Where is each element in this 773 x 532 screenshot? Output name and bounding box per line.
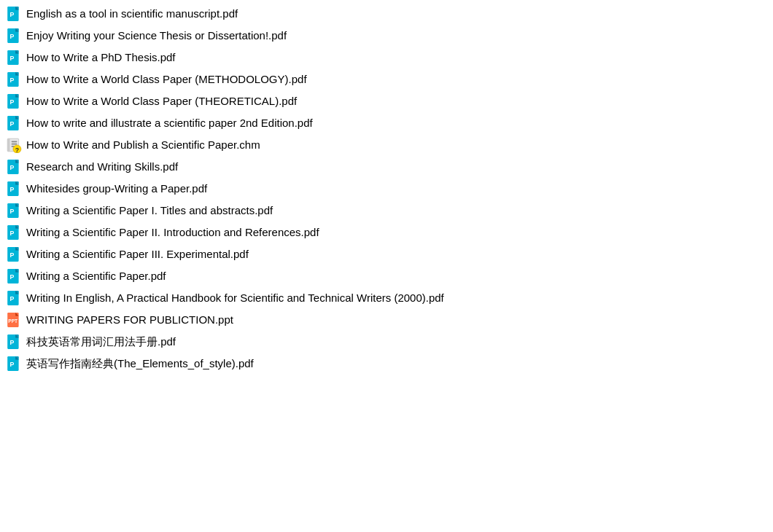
- svg-rect-25: [7, 138, 9, 152]
- list-item[interactable]: P How to Write a PhD Thesis.pdf: [0, 47, 773, 69]
- svg-text:P: P: [10, 33, 15, 40]
- svg-text:P: P: [10, 120, 15, 128]
- list-item[interactable]: P Writing a Scientific Paper I. Titles a…: [0, 200, 773, 222]
- pdf-icon: P: [6, 224, 22, 240]
- svg-text:P: P: [10, 186, 15, 193]
- svg-rect-57: [15, 291, 18, 294]
- list-item[interactable]: P English as a tool in scientific manusc…: [0, 3, 773, 25]
- svg-text:P: P: [10, 273, 15, 281]
- svg-rect-18: [15, 94, 18, 97]
- list-item[interactable]: P Writing a Scientific Paper II. Introdu…: [0, 222, 773, 243]
- svg-text:P: P: [10, 361, 15, 368]
- list-item[interactable]: P Enjoy Writing your Science Thesis or D…: [0, 25, 773, 47]
- svg-text:P: P: [10, 251, 15, 259]
- pdf-icon: P: [6, 181, 22, 197]
- svg-rect-22: [15, 116, 18, 119]
- svg-rect-45: [15, 225, 18, 228]
- list-item[interactable]: P 英语写作指南经典(The_Elements_of_style).pdf: [0, 353, 773, 375]
- pdf-icon: P: [6, 159, 22, 175]
- list-item[interactable]: PPT WRITING PAPERS FOR PUBLICTION.ppt: [0, 309, 773, 331]
- file-name: How to Write a PhD Thesis.pdf: [26, 49, 176, 66]
- list-item[interactable]: P Research and Writing Skills.pdf: [0, 156, 773, 178]
- list-item[interactable]: P How to Write a World Class Paper (THEO…: [0, 90, 773, 112]
- list-item[interactable]: P Writing In English, A Practical Handbo…: [0, 287, 773, 309]
- svg-rect-37: [15, 181, 18, 184]
- pdf-icon: P: [6, 356, 22, 372]
- svg-text:PPT: PPT: [8, 318, 18, 324]
- list-item[interactable]: ? How to Write and Publish a Scientific …: [0, 134, 773, 156]
- svg-text:P: P: [10, 339, 15, 346]
- svg-rect-10: [15, 50, 18, 53]
- file-name: Enjoy Writing your Science Thesis or Dis…: [26, 27, 287, 44]
- file-name: How to Write a World Class Paper (THEORE…: [26, 93, 297, 110]
- file-name: 英语写作指南经典(The_Elements_of_style).pdf: [26, 355, 254, 372]
- file-name: 科技英语常用词汇用法手册.pdf: [26, 333, 176, 351]
- svg-text:P: P: [10, 164, 15, 171]
- pdf-icon: P: [6, 268, 22, 284]
- pdf-icon: P: [6, 28, 22, 44]
- pdf-icon: P: [6, 334, 22, 350]
- pdf-icon: P: [6, 115, 22, 131]
- pdf-icon: P: [6, 246, 22, 262]
- list-item[interactable]: P Writing a Scientific Paper III. Experi…: [0, 243, 773, 265]
- list-item[interactable]: P 科技英语常用词汇用法手册.pdf: [0, 331, 773, 353]
- ppt-icon: PPT: [6, 312, 22, 328]
- svg-rect-68: [15, 356, 18, 359]
- svg-rect-53: [15, 269, 18, 272]
- pdf-icon: P: [6, 203, 22, 219]
- svg-text:?: ?: [15, 146, 19, 153]
- pdf-icon: P: [6, 93, 22, 109]
- svg-text:P: P: [10, 208, 15, 215]
- svg-rect-26: [12, 141, 18, 143]
- file-name: Writing a Scientific Paper II. Introduct…: [26, 224, 319, 241]
- file-name: How to write and illustrate a scientific…: [26, 114, 313, 132]
- svg-rect-27: [12, 144, 18, 145]
- list-item[interactable]: P Whitesides group-Writing a Paper.pdf: [0, 178, 773, 200]
- pdf-icon: P: [6, 50, 22, 66]
- pdf-icon: P: [6, 6, 22, 22]
- svg-text:P: P: [10, 230, 15, 237]
- svg-text:P: P: [10, 77, 15, 84]
- pdf-icon: P: [6, 290, 22, 306]
- file-name: WRITING PAPERS FOR PUBLICTION.ppt: [26, 311, 233, 329]
- svg-text:P: P: [10, 295, 15, 302]
- file-list: P English as a tool in scientific manusc…: [0, 3, 773, 375]
- svg-rect-6: [15, 28, 18, 31]
- svg-rect-33: [15, 160, 18, 163]
- svg-rect-64: [15, 335, 18, 337]
- list-item[interactable]: P How to Write a World Class Paper (METH…: [0, 69, 773, 90]
- svg-text:P: P: [10, 98, 15, 106]
- file-name: Writing a Scientific Paper I. Titles and…: [26, 202, 273, 219]
- file-name: Research and Writing Skills.pdf: [26, 158, 178, 176]
- svg-rect-14: [15, 72, 18, 75]
- svg-rect-2: [15, 7, 18, 9]
- list-item[interactable]: P How to write and illustrate a scientif…: [0, 112, 773, 134]
- pdf-icon: P: [6, 71, 22, 87]
- file-name: Writing a Scientific Paper III. Experime…: [26, 246, 249, 263]
- file-name: English as a tool in scientific manuscri…: [26, 5, 238, 23]
- file-name: Whitesides group-Writing a Paper.pdf: [26, 180, 207, 197]
- file-name: Writing a Scientific Paper.pdf: [26, 267, 166, 285]
- file-name: How to Write a World Class Paper (METHOD…: [26, 71, 307, 88]
- svg-rect-49: [15, 247, 18, 250]
- svg-text:P: P: [10, 11, 15, 18]
- chm-icon: ?: [6, 137, 22, 153]
- list-item[interactable]: P Writing a Scientific Paper.pdf: [0, 265, 773, 287]
- file-name: How to Write and Publish a Scientific Pa…: [26, 136, 260, 154]
- file-name: Writing In English, A Practical Handbook…: [26, 289, 444, 307]
- svg-rect-41: [15, 203, 18, 206]
- svg-text:P: P: [10, 55, 15, 62]
